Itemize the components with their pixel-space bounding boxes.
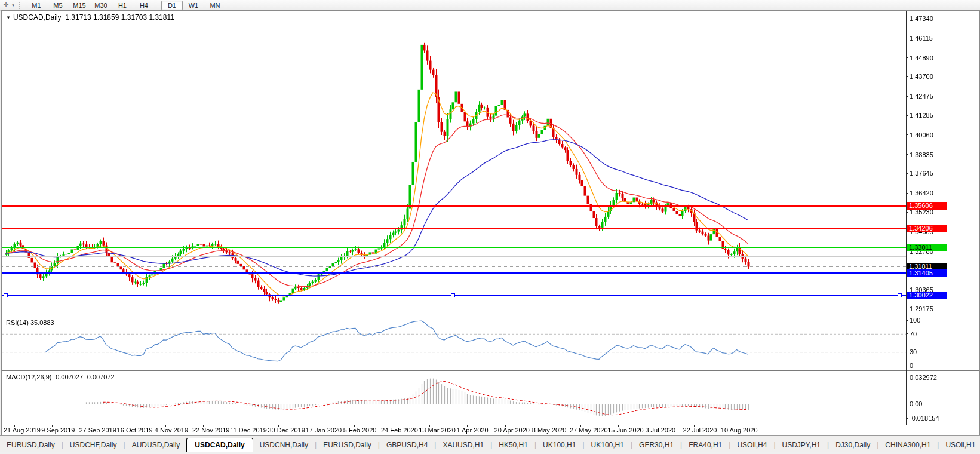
date-tick-label: 10 Aug 2020 [721, 427, 758, 434]
tab-fra40-h1[interactable]: FRA40,H1 [682, 438, 729, 452]
tab-usdjpy-h1[interactable]: USDJPY,H1 [776, 438, 827, 452]
macd-tick-label: 0.032972 [910, 374, 937, 381]
price-axis-line [906, 11, 907, 425]
price-tick-label: 1.44890 [910, 54, 933, 62]
date-tick-label: 3 Jul 2020 [645, 427, 675, 434]
application-window: { "icons": { "toolbar_tool": "✛", "toolb… [0, 0, 980, 454]
tab-xauusd-h1[interactable]: XAUUSD,H1 [436, 438, 490, 452]
panel-splitter-rsi-macd[interactable] [2, 369, 979, 369]
date-tick-label: 4 Nov 2019 [155, 427, 188, 434]
date-tick-label: 17 Jan 2020 [306, 427, 342, 434]
date-tick-label: 15 Jun 2020 [607, 427, 644, 434]
chart-title-quotes: 1.31713 1.31859 1.31703 1.31811 [65, 13, 174, 22]
tab-eurusd-daily[interactable]: EURUSD,Daily [0, 438, 62, 452]
price-tick-label: 1.29175 [910, 305, 933, 312]
tab-gbpusd-h4[interactable]: GBPUSD,H4 [380, 438, 434, 452]
rsi-tick-label: 70 [910, 330, 917, 338]
tab-china300-h1[interactable]: CHINA300,H1 [878, 438, 937, 452]
tab-uk100-h1[interactable]: UK100,H1 [585, 438, 631, 452]
macd-tick-label: 0.00 [910, 400, 922, 407]
price-axis-badge: 1.34206 [907, 225, 947, 232]
current-price-line[interactable] [2, 266, 906, 267]
date-tick-label: 22 Nov 2019 [192, 427, 229, 434]
tab-audusd-daily[interactable]: AUDUSD,Daily [125, 438, 187, 452]
price-tick-label: 1.41285 [910, 112, 933, 119]
line-handle-left[interactable] [4, 293, 8, 297]
tab-usoil-h1[interactable]: USOil,H1 [939, 438, 980, 452]
tab-usdchf-daily[interactable]: USDCHF,Daily [63, 438, 124, 452]
price-tick-label: 1.43700 [910, 73, 933, 80]
date-tick-label: 27 May 2020 [570, 427, 608, 434]
rsi-label: RSI(14) 35.0883 [6, 319, 54, 326]
date-tick-label: 11 Dec 2019 [230, 427, 267, 434]
horizontal-line-object[interactable] [2, 256, 906, 257]
line-handle-right[interactable] [898, 293, 902, 297]
panel-splitter-rsi-macd-2 [2, 370, 979, 371]
main-chart-canvas[interactable] [0, 0, 980, 454]
tab-uk100-h1[interactable]: UK100,H1 [536, 438, 582, 452]
rsi-tick-label: 30 [910, 348, 917, 355]
tab-eurusd-daily[interactable]: EURUSD,Daily [317, 438, 378, 452]
tab-dj30-daily[interactable]: DJ30,Daily [829, 438, 877, 452]
horizontal-line-object[interactable] [2, 272, 906, 274]
date-tick-label: 9 Sep 2019 [41, 427, 75, 434]
bottom-strip [0, 452, 980, 454]
date-tick-label: 13 Mar 2020 [419, 427, 456, 434]
date-tick-label: 21 Aug 2019 [4, 427, 41, 434]
macd-tick-label: -0.018154 [910, 415, 939, 422]
panel-splitter-main-rsi-2 [2, 317, 979, 317]
tab-usdcnh-daily[interactable]: USDCNH,Daily [253, 438, 315, 452]
price-axis-badge: 1.30022 [907, 292, 947, 299]
tab-hk50-h1[interactable]: HK50,H1 [492, 438, 534, 452]
date-tick-label: 22 Jul 2020 [683, 427, 717, 434]
chart-title-symbol: USDCAD,Daily [13, 13, 62, 22]
line-handle-center[interactable] [451, 293, 455, 297]
price-axis-badge: 1.35606 [907, 202, 947, 210]
date-tick-label: 27 Sep 2019 [79, 427, 116, 434]
date-tick-label: 1 Apr 2020 [456, 427, 488, 434]
price-axis-badge: 1.31405 [907, 269, 947, 277]
price-tick-label: 1.40060 [910, 131, 933, 139]
tab-ger30-h1[interactable]: GER30,H1 [632, 438, 680, 452]
macd-label: MACD(12,26,9) -0.007027 -0.007072 [6, 373, 115, 381]
date-tick-label: 20 Apr 2020 [494, 427, 530, 434]
time-axis-line [2, 425, 979, 425]
chart-title: ▼USDCAD,Daily 1.31713 1.31859 1.31703 1.… [6, 13, 174, 22]
price-tick-label: 1.36420 [910, 189, 933, 197]
rsi-tick-label: 100 [910, 317, 920, 324]
price-tick-label: 1.46115 [910, 35, 933, 42]
date-tick-label: 8 May 2020 [532, 427, 566, 434]
symbol-tab-bar: EURUSD,Daily|USDCHF,Daily|AUDUSD,DailyUS… [0, 435, 980, 452]
horizontal-line-object[interactable] [2, 205, 906, 207]
chart-menu-icon[interactable]: ▼ [6, 15, 11, 20]
tab-usoil-h4[interactable]: USOil,H4 [730, 438, 773, 452]
price-tick-label: 1.42475 [910, 93, 933, 100]
price-tick-label: 1.47340 [910, 15, 933, 22]
horizontal-line-object[interactable] [2, 247, 906, 248]
date-tick-label: 5 Feb 2020 [343, 427, 377, 434]
date-tick-label: 16 Oct 2019 [117, 427, 153, 434]
date-tick-label: 30 Dec 2019 [268, 427, 305, 434]
horizontal-line-object[interactable] [2, 228, 906, 229]
panel-splitter-main-rsi[interactable] [2, 315, 979, 315]
price-tick-label: 1.37645 [910, 170, 933, 177]
price-tick-label: 1.38835 [910, 151, 933, 158]
price-axis-badge: 1.33011 [907, 244, 947, 251]
date-tick-label: 24 Feb 2020 [381, 427, 418, 434]
tab-usdcad-daily[interactable]: USDCAD,Daily [186, 438, 253, 453]
